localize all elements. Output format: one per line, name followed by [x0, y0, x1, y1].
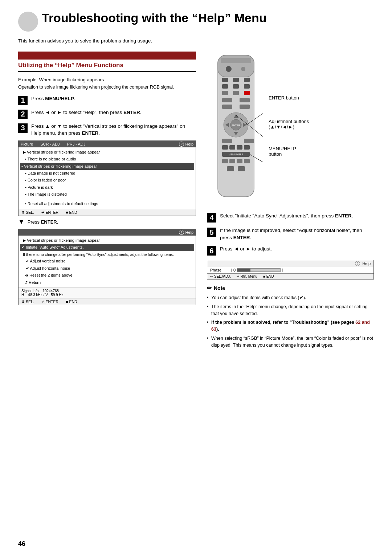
adj-symbols-text: (▲/▼/◄/►): [269, 124, 309, 130]
svg-point-3: [226, 66, 232, 72]
svg-rect-10: [244, 84, 250, 89]
menu2-item-return: ↺ Return: [21, 279, 193, 286]
svg-rect-17: [240, 105, 250, 109]
example-label: Example: When image flickering appears: [18, 77, 196, 82]
press-enter-row: ▼ Press ENTER.: [18, 218, 196, 226]
step-6-text: Press ◄ or ► to adjust.: [220, 245, 272, 253]
svg-rect-11: [222, 91, 228, 95]
phase-footer-seladj: ⇔ SEL./ADJ.: [210, 274, 231, 278]
step-1-end: .: [74, 96, 75, 101]
note-3-bold-text: If the problem is not solved, refer to "…: [211, 320, 370, 332]
phase-bar-area: [ 0 ]: [231, 268, 371, 272]
enter-button-text: ENTER button: [269, 95, 299, 101]
menu-item-distorted: • The image is distorted: [21, 191, 193, 198]
step-2-text: Press ◄ or ► to select "Help", then pres…: [31, 109, 141, 116]
menu-tab-prj: PRJ - ADJ: [67, 142, 85, 146]
svg-rect-6: [233, 78, 239, 82]
step-6: 6 Press ◄ or ► to adjust.: [207, 245, 374, 256]
press-enter-text: Press ENTER.: [28, 219, 58, 225]
menu-item-arrow-1: ▶ Vertical stripes or flickering image a…: [21, 149, 193, 156]
footer2-sel: ⇕ SEL.: [21, 299, 34, 304]
step-5-number: 5: [207, 228, 216, 237]
svg-point-4: [241, 67, 245, 71]
footer2-end: ■ END: [66, 299, 77, 304]
step-3-number: 3: [18, 123, 28, 133]
note-item-3: If the problem is not solved, refer to "…: [207, 319, 374, 333]
phase-header: ? Help: [207, 260, 373, 267]
menu-help-icon-area: ? Help: [179, 142, 193, 147]
remote-labels-column: ENTER button Adjustment buttons (▲/▼/◄/►…: [269, 52, 374, 70]
step-1-text: Press MENU/HELP.: [31, 95, 75, 102]
svg-rect-13: [244, 91, 250, 95]
signal-hz: H 48.3 kHz / V 59.9 Hz: [21, 293, 193, 297]
phase-footer: ⇔ SEL./ADJ. ↵ Rtn. Menu ■ END: [207, 273, 373, 279]
menu-help-sub: button: [269, 151, 296, 157]
phase-row: Phase [ 0 ]: [207, 267, 373, 273]
help-circle-icon: ?: [179, 142, 184, 147]
phase-help-label: Help: [362, 261, 371, 266]
note-4-text: When selecting “sRGB” in “Picture Mode”,…: [211, 336, 373, 348]
menu-item-not-centered: • Data image is not centered: [21, 170, 193, 177]
svg-text:MENU/HELP: MENU/HELP: [229, 153, 244, 156]
svg-rect-14: [222, 98, 232, 102]
note-item-1: You can adjust the items with check mark…: [207, 294, 374, 301]
svg-rect-34: [229, 159, 235, 163]
title-area: Troubleshooting with the “Help” Menu: [18, 11, 374, 32]
step-2-bold: ENTER: [123, 110, 140, 115]
signal-info-label: Signal Info 1024×768: [21, 289, 193, 293]
footer2-enter: ↵ ENTER: [41, 299, 59, 304]
svg-rect-2: [221, 58, 251, 63]
step-3: 3 Press ▲ or ▼ to select "Vertical strip…: [18, 123, 196, 137]
svg-rect-35: [237, 159, 242, 163]
help-circle-icon-2: ?: [179, 230, 184, 235]
phase-footer-rtn: ↵ Rtn. Menu: [237, 274, 257, 278]
svg-rect-9: [233, 84, 239, 89]
svg-rect-28: [229, 145, 235, 150]
step-4-text: Select "Initiate "Auto Sync" Adjustments…: [220, 212, 353, 220]
menu-item-highlighted: • Vertical stripes or flickering image a…: [20, 163, 194, 170]
menu2-signal-info: Signal Info 1024×768 H 48.3 kHz / V 59.9…: [19, 287, 196, 298]
left-column: Utilizing the “Help” Menu Functions Exam…: [18, 52, 196, 307]
menu-help-label-area: MENU/HELP button: [269, 146, 296, 157]
step-3-text: Press ▲ or ▼ to select "Vertical stripes…: [31, 123, 196, 137]
menu2-item-reset: ⏮ Reset the 2 items above: [21, 272, 193, 279]
page-title: Troubleshooting with the “Help” Menu: [34, 11, 267, 25]
svg-rect-37: [227, 166, 234, 171]
footer-end: ■ END: [66, 210, 77, 215]
main-layout: Utilizing the “Help” Menu Functions Exam…: [18, 52, 374, 351]
svg-rect-16: [222, 105, 232, 109]
svg-rect-12: [233, 91, 239, 95]
menu2-item-autosync: ✔ Initiate "Auto Sync" Adjustments.: [20, 244, 194, 251]
note-2-text: The items in the “Help” menu change, dep…: [211, 304, 368, 316]
menu-help-label-2: Help: [185, 230, 193, 234]
svg-rect-15: [240, 98, 250, 102]
press-enter-bold: ENTER: [41, 219, 57, 225]
menu-help-label: Help: [185, 142, 193, 146]
footer-enter: ↵ ENTER: [41, 210, 59, 215]
svg-rect-33: [222, 159, 228, 163]
phase-help-icon: ?: [355, 261, 360, 266]
phase-value-right: ]: [282, 268, 283, 272]
menu-item-no-picture: • There is no picture or audio: [21, 156, 193, 163]
section-title: Utilizing the “Help” Menu Functions: [18, 62, 196, 72]
menu-screenshot-1: Picture SCR - ADJ PRJ - ADJ ? Help ▶ Ver…: [18, 140, 196, 216]
note-item-2: The items in the “Help” menu change, dep…: [207, 303, 374, 317]
phase-value-left: [ 0: [231, 268, 236, 272]
adj-buttons-label: Adjustment buttons (▲/▼/◄/►): [269, 119, 309, 130]
menu-help-icon-area-2: ? Help: [179, 230, 193, 235]
step-1-number: 1: [18, 96, 28, 105]
menu-help-text: MENU/HELP: [269, 146, 296, 151]
svg-rect-8: [222, 84, 228, 89]
menu-item-dark: • Picture is dark: [21, 184, 193, 191]
svg-rect-27: [222, 145, 228, 150]
note-label: Note: [214, 285, 225, 291]
phase-footer-end: ■ END: [263, 274, 274, 278]
note-page-numbers: 62 and 63: [211, 320, 370, 332]
intro-text: This function advises you to solve the p…: [18, 38, 374, 44]
menu-body-2: ▶ Vertical stripes or flickering image a…: [19, 236, 196, 287]
note-1-text: You can adjust the items with check mark…: [211, 295, 306, 300]
step-5: 5 If the image is not improved, select "…: [207, 227, 374, 241]
phase-label: Phase: [210, 268, 228, 272]
menu2-item-nochange: If there is no change after performing "…: [21, 251, 193, 258]
step-2: 2 Press ◄ or ► to select "Help", then pr…: [18, 109, 196, 119]
